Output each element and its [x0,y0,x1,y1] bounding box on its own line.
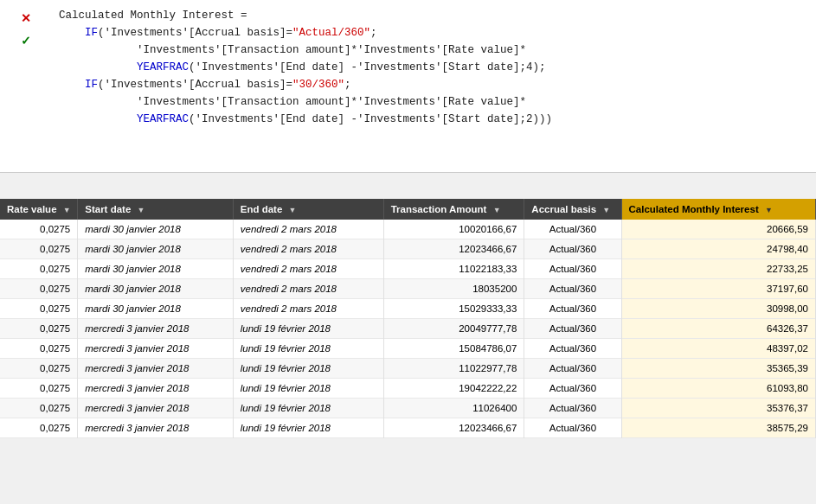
sort-icon-transaction: ▼ [493,206,501,214]
cell-end: vendredi 2 mars 2018 [233,220,383,239]
formula-icon-area: ✕ ✓ [0,3,52,54]
cell-rate: 0,0275 [0,259,78,279]
cell-end: vendredi 2 mars 2018 [233,299,383,319]
cell-start: mardi 30 janvier 2018 [78,259,234,279]
cell-transaction: 12023466,67 [383,239,524,259]
table-row: 0,0275 mercredi 3 janvier 2018 lundi 19 … [0,399,816,418]
cell-accrual: Actual/360 [524,418,621,438]
table-row: 0,0275 mercredi 3 janvier 2018 lundi 19 … [0,379,816,399]
cell-calculated: 37197,60 [621,279,815,299]
cell-calculated: 35376,37 [621,399,815,418]
col-header-start[interactable]: Start date ▼ [78,199,234,220]
table-header-row: Rate value ▼ Start date ▼ End date ▼ Tra… [0,199,816,220]
col-label-calculated: Calculated Monthly Interest [629,204,759,214]
cell-rate: 0,0275 [0,359,78,379]
col-label-accrual: Accrual basis [531,204,596,214]
cell-transaction: 15029333,33 [383,299,524,319]
table-row: 0,0275 mardi 30 janvier 2018 vendredi 2 … [0,239,816,259]
cell-transaction: 20049777,78 [383,319,524,339]
table-row: 0,0275 mercredi 3 janvier 2018 lundi 19 … [0,339,816,359]
col-header-transaction[interactable]: Transaction Amount ▼ [383,199,524,220]
cell-accrual: Actual/360 [524,239,621,259]
cell-transaction: 10020166,67 [383,220,524,239]
col-header-end[interactable]: End date ▼ [233,199,383,220]
cell-start: mercredi 3 janvier 2018 [78,399,234,418]
cell-transaction: 11026400 [383,399,524,418]
cell-transaction: 11022183,33 [383,259,524,279]
cell-calculated: 24798,40 [621,239,815,259]
cell-rate: 0,0275 [0,220,78,239]
cell-calculated: 20666,59 [621,220,815,239]
cell-calculated: 30998,00 [621,299,815,319]
data-table-container[interactable]: Rate value ▼ Start date ▼ End date ▼ Tra… [0,199,816,438]
investments-table: Rate value ▼ Start date ▼ End date ▼ Tra… [0,199,816,438]
cell-transaction: 19042222,22 [383,379,524,399]
cell-end: lundi 19 février 2018 [233,399,383,418]
col-header-accrual[interactable]: Accrual basis ▼ [524,199,621,220]
cell-accrual: Actual/360 [524,399,621,418]
confirm-button[interactable]: ✓ [16,31,35,50]
cell-rate: 0,0275 [0,399,78,418]
cell-end: lundi 19 février 2018 [233,379,383,399]
sort-icon-calculated: ▼ [765,206,773,214]
formula-text: Calculated Monthly Interest = IF('Invest… [52,3,816,131]
cell-calculated: 38575,29 [621,418,815,438]
cancel-button[interactable]: ✕ [16,9,35,28]
cell-rate: 0,0275 [0,319,78,339]
cell-accrual: Actual/360 [524,299,621,319]
sort-icon-rate: ▼ [63,206,71,214]
cell-rate: 0,0275 [0,239,78,259]
cell-transaction: 12023466,67 [383,418,524,438]
cell-calculated: 61093,80 [621,379,815,399]
cell-end: vendredi 2 mars 2018 [233,279,383,299]
cell-start: mercredi 3 janvier 2018 [78,319,234,339]
cell-rate: 0,0275 [0,418,78,438]
cell-accrual: Actual/360 [524,220,621,239]
cell-end: lundi 19 février 2018 [233,418,383,438]
col-header-calculated[interactable]: Calculated Monthly Interest ▼ [621,199,815,220]
col-label-end: End date [241,204,283,214]
cell-calculated: 64326,37 [621,319,815,339]
cell-rate: 0,0275 [0,339,78,359]
cell-calculated: 48397,02 [621,339,815,359]
cell-end: vendredi 2 mars 2018 [233,239,383,259]
cell-accrual: Actual/360 [524,359,621,379]
table-row: 0,0275 mercredi 3 janvier 2018 lundi 19 … [0,319,816,339]
col-label-rate: Rate value [7,204,57,214]
cell-end: lundi 19 février 2018 [233,359,383,379]
col-header-rate[interactable]: Rate value ▼ [0,199,78,220]
cell-start: mercredi 3 janvier 2018 [78,418,234,438]
cell-transaction: 11022977,78 [383,359,524,379]
cell-start: mercredi 3 janvier 2018 [78,379,234,399]
cell-rate: 0,0275 [0,379,78,399]
table-row: 0,0275 mercredi 3 janvier 2018 lundi 19 … [0,359,816,379]
sort-icon-start: ▼ [138,206,145,214]
col-label-start: Start date [85,204,131,214]
cell-calculated: 35365,39 [621,359,815,379]
table-row: 0,0275 mardi 30 janvier 2018 vendredi 2 … [0,259,816,279]
cell-accrual: Actual/360 [524,379,621,399]
cell-start: mercredi 3 janvier 2018 [78,359,234,379]
cell-calculated: 22733,25 [621,259,815,279]
cell-accrual: Actual/360 [524,279,621,299]
cell-start: mardi 30 janvier 2018 [78,279,234,299]
table-row: 0,0275 mardi 30 janvier 2018 vendredi 2 … [0,220,816,239]
cell-start: mardi 30 janvier 2018 [78,220,234,239]
cell-end: lundi 19 février 2018 [233,339,383,359]
col-label-transaction: Transaction Amount [391,204,487,214]
cell-rate: 0,0275 [0,279,78,299]
cell-rate: 0,0275 [0,299,78,319]
table-row: 0,0275 mardi 30 janvier 2018 vendredi 2 … [0,299,816,319]
table-row: 0,0275 mardi 30 janvier 2018 vendredi 2 … [0,279,816,299]
cell-transaction: 15084786,07 [383,339,524,359]
sort-icon-end: ▼ [289,206,297,214]
cell-start: mardi 30 janvier 2018 [78,239,234,259]
cell-end: lundi 19 février 2018 [233,319,383,339]
cell-start: mercredi 3 janvier 2018 [78,339,234,359]
sort-icon-accrual: ▼ [602,206,610,214]
spacer [0,173,816,199]
cell-accrual: Actual/360 [524,259,621,279]
cell-start: mardi 30 janvier 2018 [78,299,234,319]
cell-end: vendredi 2 mars 2018 [233,259,383,279]
cell-transaction: 18035200 [383,279,524,299]
